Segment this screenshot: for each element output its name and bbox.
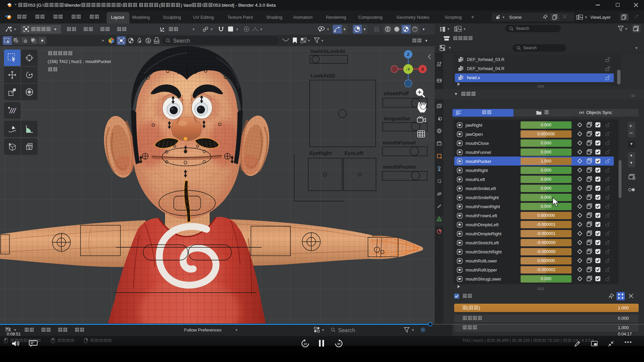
- svg-text:cheekPuff: cheekPuff: [384, 90, 409, 96]
- svg-text:LookAt2D: LookAt2D: [311, 73, 335, 78]
- svg-text:SwitchLookAt: SwitchLookAt: [310, 48, 345, 54]
- svg-text:EyeRight: EyeRight: [309, 150, 332, 156]
- svg-text:30: 30: [337, 342, 340, 346]
- svg-text:mouthPucker: mouthPucker: [383, 164, 416, 170]
- svg-text:X: X: [421, 67, 424, 72]
- svg-text:10: 10: [304, 342, 307, 346]
- svg-text:mouthFunnel: mouthFunnel: [383, 140, 416, 145]
- svg-text:-Y: -Y: [406, 67, 410, 71]
- svg-text:tongueOut: tongueOut: [384, 116, 410, 121]
- svg-text:Z: Z: [407, 52, 409, 57]
- svg-text:EyeLeft: EyeLeft: [344, 150, 363, 156]
